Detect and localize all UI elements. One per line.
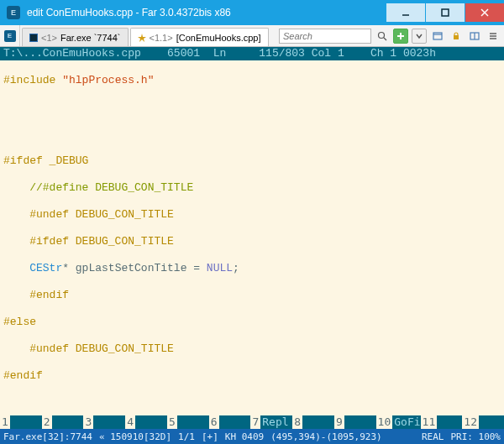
fkey-11[interactable]: 11	[421, 415, 463, 429]
fkey-10[interactable]: 10GoFi	[376, 415, 421, 429]
status-priority: PRI: 100%	[450, 431, 501, 442]
status-coords: (495,394)-(1095,923)	[270, 431, 381, 442]
editor-status-line: T:\...ConEmuHooks.cpp 65001 Ln 115/803 C…	[0, 47, 504, 60]
fkey-6[interactable]: 6	[209, 415, 251, 429]
tab-index: <1.1>	[150, 33, 173, 43]
conemu-status-bar: Far.exe[32]:7744 « 150910[32D] 1/1 [+] K…	[0, 429, 504, 444]
maximize-button[interactable]	[426, 3, 465, 22]
tab-bar: E <1> Far.exe `7744` <1.1> [ConEmuHooks.…	[0, 25, 504, 47]
status-console-count: 1/1	[178, 431, 195, 442]
plus-icon[interactable]	[393, 29, 408, 44]
status-keyboard: KH 0409	[225, 431, 264, 442]
window-icon[interactable]	[430, 29, 445, 44]
fkey-2[interactable]: 2	[42, 415, 84, 429]
status-geometry: « 150910[32D]	[99, 431, 171, 442]
minimize-button[interactable]	[386, 3, 425, 22]
fkey-1[interactable]: 1	[0, 415, 42, 429]
console-icon	[29, 34, 38, 42]
tab-label: Far.exe `7744`	[60, 33, 121, 43]
status-real: REAL	[422, 431, 444, 442]
fkey-9[interactable]: 9	[334, 415, 376, 429]
fkey-4[interactable]: 4	[125, 415, 167, 429]
app-icon: E	[7, 6, 20, 19]
code-area[interactable]: #include "hlpProcess.h" #ifdef _DEBUG //…	[0, 60, 504, 429]
fkey-3[interactable]: 3	[83, 415, 125, 429]
fkey-8[interactable]: 8	[292, 415, 334, 429]
svg-rect-11	[433, 33, 442, 39]
svg-point-7	[379, 32, 385, 38]
tab-label: [ConEmuHooks.cpp]	[176, 33, 261, 43]
window-titlebar: E edit ConEmuHooks.cpp - Far 3.0.4372bis…	[0, 0, 504, 25]
status-process: Far.exe[32]:7744	[3, 431, 92, 442]
window-title: edit ConEmuHooks.cpp - Far 3.0.4372bis x…	[27, 7, 386, 18]
lock-icon[interactable]	[449, 29, 464, 44]
fkey-7[interactable]: 7Repl	[250, 415, 292, 429]
svg-marker-6	[138, 34, 146, 42]
search-icon[interactable]	[375, 29, 390, 44]
fkey-bar: 1 2 3 4 5 6 7Repl 8 9 10GoFi 11 12	[0, 415, 504, 429]
tab-index: <1>	[41, 33, 57, 43]
editor-pane[interactable]: T:\...ConEmuHooks.cpp 65001 Ln 115/803 C…	[0, 47, 504, 429]
svg-rect-5	[30, 34, 37, 41]
svg-rect-1	[442, 9, 449, 16]
menu-icon[interactable]	[486, 29, 501, 44]
fkey-12[interactable]: 12	[462, 415, 504, 429]
svg-rect-13	[454, 35, 459, 39]
tab-conemuhooks[interactable]: <1.1> [ConEmuHooks.cpp]	[130, 28, 269, 46]
svg-line-8	[384, 38, 386, 40]
fkey-5[interactable]: 5	[167, 415, 209, 429]
status-plus: [+]	[202, 431, 218, 442]
star-icon	[138, 34, 146, 42]
close-button[interactable]	[465, 3, 504, 22]
tab-far-exe[interactable]: <1> Far.exe `7744`	[22, 28, 129, 46]
search-input[interactable]	[279, 29, 371, 44]
panel-icon[interactable]	[467, 29, 482, 44]
conemu-icon[interactable]: E	[0, 25, 20, 46]
chevron-down-icon[interactable]	[412, 29, 427, 44]
